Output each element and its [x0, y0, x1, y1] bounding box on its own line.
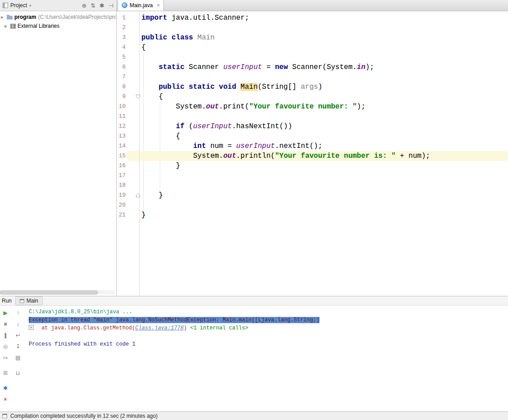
- code-line[interactable]: 21}: [117, 210, 508, 220]
- code-line[interactable]: 8 public static void Main(String[] args): [117, 82, 508, 92]
- line-number[interactable]: 4: [117, 43, 126, 52]
- expand-trace-icon[interactable]: +: [29, 325, 34, 330]
- restore-layout-button[interactable]: ✱: [2, 385, 9, 392]
- line-number[interactable]: 13: [117, 131, 126, 141]
- line-number[interactable]: 21: [117, 210, 126, 220]
- code-line[interactable]: 5: [117, 52, 508, 62]
- code-text: {: [141, 132, 180, 140]
- collapse-all-icon[interactable]: ⇅: [91, 2, 96, 9]
- stack-trace-link[interactable]: Class.java:1778: [135, 325, 184, 331]
- console-line[interactable]: Process finished with exit code 1: [29, 340, 508, 348]
- pause-output-button[interactable]: ∥: [2, 332, 9, 339]
- gutter-space: [126, 121, 139, 131]
- clear-console-button[interactable]: ⊔: [14, 369, 22, 377]
- line-number[interactable]: 10: [117, 102, 126, 112]
- event-log-icon[interactable]: [2, 414, 7, 418]
- line-number[interactable]: 3: [117, 33, 126, 43]
- code-line[interactable]: 18: [117, 181, 508, 191]
- gutter-space: [126, 112, 139, 121]
- console-text: <1 internal calls>: [190, 325, 249, 331]
- dump-threads-button[interactable]: ◎: [2, 343, 9, 350]
- console-output[interactable]: C:\Java\jdk1.8.0_25\bin\java ...Exceptio…: [29, 306, 508, 348]
- line-number[interactable]: 11: [117, 112, 126, 121]
- horizontal-scrollbar[interactable]: [0, 290, 115, 294]
- gutter-space: [126, 171, 139, 181]
- code-line[interactable]: 1import java.util.Scanner;: [117, 13, 508, 23]
- tree-item-label: External Libraries: [18, 23, 59, 29]
- tree-item-program[interactable]: ▶ program (C:\Users\Jacek\IdeaProjects\p…: [0, 13, 116, 22]
- code-line[interactable]: 2: [117, 23, 508, 33]
- jump-to-source-button[interactable]: ↦: [2, 354, 9, 361]
- scrollbar-thumb[interactable]: [0, 290, 98, 294]
- fold-marker-icon[interactable]: [126, 191, 139, 200]
- console-line[interactable]: Exception in thread "main" java.lang.NoS…: [29, 316, 508, 324]
- expand-arrow-icon[interactable]: ▶: [1, 15, 5, 19]
- code-line[interactable]: 3public class Main: [117, 33, 508, 43]
- tree-item-external-libraries[interactable]: ▶ External Libraries: [0, 22, 116, 30]
- code-line[interactable]: 6 static Scanner userInput = new Scanner…: [117, 62, 508, 72]
- chevron-down-icon[interactable]: ▾: [29, 4, 31, 8]
- scroll-to-end-button[interactable]: ↧: [14, 343, 22, 350]
- console-line[interactable]: + at java.lang.Class.getMethod(Class.jav…: [29, 324, 508, 332]
- folder-icon: [7, 15, 13, 20]
- line-number[interactable]: 20: [117, 200, 126, 210]
- line-number[interactable]: 5: [117, 52, 126, 62]
- line-number[interactable]: 19: [117, 191, 126, 200]
- code-line[interactable]: 16 }: [117, 161, 508, 171]
- code-line[interactable]: 7: [117, 72, 508, 82]
- tree-item-label: program: [14, 14, 36, 20]
- close-button[interactable]: ×: [2, 396, 9, 403]
- code-line[interactable]: 9 {: [117, 92, 508, 102]
- print-button[interactable]: ▤: [14, 354, 22, 361]
- code-line[interactable]: 19 }: [117, 191, 508, 200]
- console-line[interactable]: [29, 332, 508, 340]
- run-toolbar-right: ↑↓↩↧▤⊔: [14, 309, 22, 381]
- line-number[interactable]: 15: [117, 151, 126, 161]
- locate-icon[interactable]: ⊕: [82, 2, 87, 9]
- code-line[interactable]: 20: [117, 200, 508, 210]
- prev-trace-button[interactable]: ↑: [14, 309, 22, 316]
- code-line[interactable]: 12 if (userInput.hasNextInt()): [117, 121, 508, 131]
- line-number[interactable]: 8: [117, 82, 126, 92]
- code-editor[interactable]: 1import java.util.Scanner;23public class…: [117, 11, 508, 296]
- code-line[interactable]: 13 {: [117, 131, 508, 141]
- line-number[interactable]: 7: [117, 72, 126, 82]
- code-line[interactable]: 17: [117, 171, 508, 181]
- rerun-button[interactable]: ▶: [2, 309, 9, 316]
- line-number[interactable]: 1: [117, 13, 126, 23]
- top-bar: Project ▾ ⊕⇅✱⊣ C Main.java ×: [0, 0, 508, 11]
- soft-wrap-button[interactable]: ↩: [14, 332, 22, 339]
- line-number[interactable]: 6: [117, 62, 126, 72]
- code-line[interactable]: 10 System.out.print("Your favourite numb…: [117, 102, 508, 112]
- project-tool-icon: [3, 3, 8, 8]
- hide-panel-icon[interactable]: ⊣: [109, 2, 114, 9]
- editor-lines: 1import java.util.Scanner;23public class…: [117, 13, 508, 220]
- settings-icon[interactable]: ✱: [100, 2, 105, 9]
- line-number[interactable]: 18: [117, 181, 126, 191]
- run-tab-main[interactable]: Main: [15, 296, 43, 305]
- line-number[interactable]: 9: [117, 92, 126, 102]
- expand-arrow-icon[interactable]: ▶: [4, 24, 9, 28]
- layout-button[interactable]: ⊞: [2, 369, 9, 377]
- code-line[interactable]: 4{: [117, 43, 508, 52]
- line-number[interactable]: 17: [117, 171, 126, 181]
- stop-button[interactable]: ■: [2, 320, 9, 328]
- close-tab-icon[interactable]: ×: [157, 2, 160, 9]
- line-number[interactable]: 16: [117, 161, 126, 171]
- next-trace-button[interactable]: ↓: [14, 320, 22, 328]
- fold-marker-icon[interactable]: [126, 92, 139, 102]
- ide-window: Project ▾ ⊕⇅✱⊣ C Main.java × ▶ program (…: [0, 0, 508, 420]
- line-number[interactable]: 12: [117, 121, 126, 131]
- project-tool-title[interactable]: Project: [10, 2, 27, 9]
- code-line[interactable]: 15 System.out.println("Your favourite nu…: [117, 151, 508, 161]
- code-line[interactable]: 11: [117, 112, 508, 121]
- tab-main-java[interactable]: C Main.java ×: [118, 0, 164, 11]
- code-line[interactable]: 14 int num = userInput.nextInt();: [117, 141, 508, 151]
- project-header-icons: ⊕⇅✱⊣: [82, 2, 114, 9]
- library-icon: [10, 24, 16, 29]
- line-number[interactable]: 2: [117, 23, 126, 33]
- console-line[interactable]: C:\Java\jdk1.8.0_25\bin\java ...: [29, 308, 508, 316]
- line-number[interactable]: 14: [117, 141, 126, 151]
- code-text: {: [141, 43, 146, 52]
- run-panel-title[interactable]: Run: [2, 298, 12, 304]
